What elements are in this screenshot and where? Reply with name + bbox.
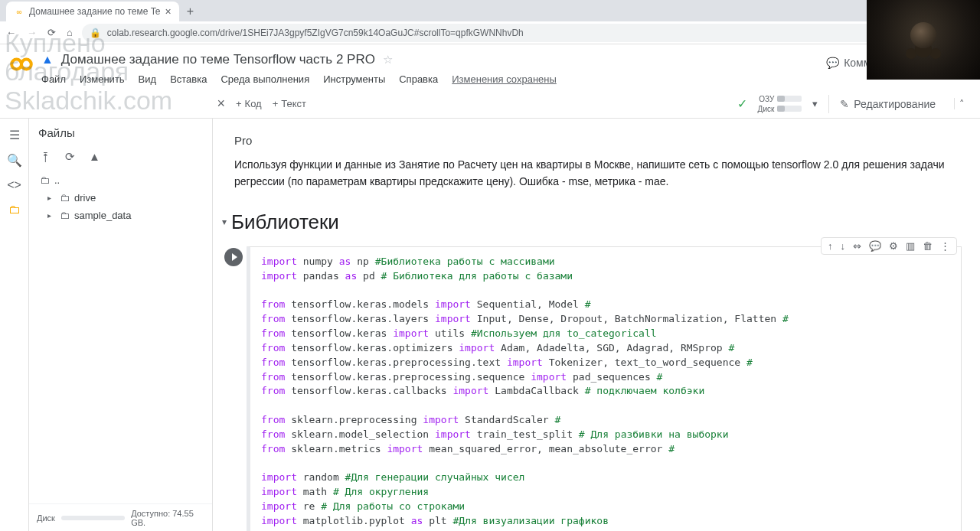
- cell-toolbar: ↑ ↓ ⇔ 💬 ⚙ ▥ 🗑 ⋮: [821, 237, 957, 255]
- disk-usage-bar: [61, 516, 125, 520]
- cell-move-up-icon[interactable]: ↑: [828, 240, 833, 252]
- menu-file[interactable]: Файл: [41, 73, 66, 85]
- notebook-area[interactable]: Pro Используя функции и данные из Заняти…: [213, 119, 980, 531]
- code-editor[interactable]: import numpy as np #Библиотека работы с …: [247, 246, 962, 531]
- document-title[interactable]: Домашнее задание по теме Tensorflow част…: [61, 52, 375, 67]
- cell-delete-icon[interactable]: 🗑: [923, 240, 933, 252]
- text-cell-title: Pro: [234, 134, 954, 147]
- url-text: colab.research.google.com/drive/1SHEi7JA…: [107, 28, 524, 38]
- menu-bar: Файл Изменить Вид Вставка Среда выполнен…: [41, 70, 818, 90]
- tab-close-icon[interactable]: ×: [165, 5, 171, 18]
- section-caret-icon[interactable]: ▾: [222, 217, 227, 227]
- cell-move-down-icon[interactable]: ↓: [841, 240, 846, 252]
- code-cell-imports[interactable]: ↑ ↓ ⇔ 💬 ⚙ ▥ 🗑 ⋮ import numpy as np #Библ…: [220, 246, 962, 531]
- new-tab-button[interactable]: +: [179, 2, 201, 21]
- file-tree: 🗀 .. ▸ 🗀 drive ▸ 🗀 sample_data: [29, 171, 212, 503]
- toc-icon[interactable]: ☰: [9, 128, 20, 142]
- webcam-overlay: [867, 0, 980, 80]
- runtime-menu-caret-icon[interactable]: ▾: [812, 98, 818, 109]
- add-text-button[interactable]: + Текст: [273, 98, 306, 109]
- snippets-icon[interactable]: <>: [7, 178, 21, 192]
- text-cell-pro[interactable]: Pro Используя функции и данные из Заняти…: [220, 131, 962, 201]
- colab-logo[interactable]: [9, 52, 34, 77]
- cell-more-icon[interactable]: ⋮: [940, 240, 950, 252]
- menu-edit[interactable]: Изменить: [80, 73, 125, 85]
- text-cell-body: Используя функции и данные из Занятие по…: [234, 156, 954, 191]
- tab-title: Домашнее задание по теме Te: [29, 6, 160, 17]
- plus-icon: +: [236, 98, 242, 109]
- cell-settings-icon[interactable]: ⚙: [889, 240, 898, 252]
- address-bar[interactable]: 🔒 colab.research.google.com/drive/1SHEi7…: [82, 24, 938, 42]
- add-code-button[interactable]: + Код: [236, 98, 262, 109]
- upload-icon[interactable]: ⭱: [40, 150, 51, 164]
- notebook-toolbar: × + Код + Текст ✓ ОЗУ Диск ▾ ✎ Редактиро…: [0, 90, 980, 119]
- nav-home-icon[interactable]: ⌂: [67, 27, 73, 38]
- connected-check-icon: ✓: [737, 96, 747, 111]
- star-icon[interactable]: ☆: [383, 53, 393, 67]
- lock-icon: 🔒: [90, 28, 101, 38]
- run-cell-button[interactable]: [224, 248, 243, 266]
- mount-drive-icon[interactable]: ▲: [89, 150, 100, 164]
- tab-favicon: ∞: [14, 6, 24, 17]
- ram-bar: [777, 96, 802, 102]
- cell-comment-icon[interactable]: 💬: [869, 240, 881, 252]
- browser-chrome: ∞ Домашнее задание по теме Te × + ← → ⟳ …: [0, 0, 980, 44]
- search-icon[interactable]: 🔍: [7, 153, 22, 168]
- save-status[interactable]: Изменения сохранены: [452, 73, 557, 85]
- file-tree-drive[interactable]: ▸ 🗀 drive: [29, 189, 212, 207]
- folder-icon: 🗀: [60, 210, 70, 221]
- caret-right-icon: ▸: [47, 194, 55, 202]
- folder-icon: 🗀: [40, 174, 50, 186]
- pencil-icon: ✎: [840, 98, 849, 110]
- files-icon[interactable]: 🗀: [8, 203, 21, 217]
- colab-header: ▲ Домашнее задание по теме Tensorflow ча…: [0, 44, 980, 90]
- file-tree-sample-data[interactable]: ▸ 🗀 sample_data: [29, 207, 212, 224]
- files-panel: Файлы ⭱ ⟳ ▲ 🗀 .. ▸ 🗀 drive ▸ 🗀 sample_da…: [29, 119, 213, 531]
- nav-back-icon[interactable]: ←: [6, 27, 16, 38]
- files-title: Файлы: [38, 126, 75, 139]
- plus-icon: +: [273, 98, 279, 109]
- collapse-header-icon[interactable]: ˄: [954, 98, 969, 109]
- section-libraries[interactable]: ▾ Библиотеки: [220, 201, 962, 242]
- comment-icon: 💬: [826, 57, 839, 69]
- files-panel-close-icon[interactable]: ×: [217, 96, 225, 112]
- disk-bar: [777, 106, 802, 112]
- refresh-icon[interactable]: ⟳: [65, 150, 75, 164]
- nav-reload-icon[interactable]: ⟳: [47, 27, 56, 38]
- cell-mirror-icon[interactable]: ▥: [906, 240, 915, 252]
- files-footer: Диск Доступно: 74.55 GB.: [29, 503, 212, 531]
- caret-right-icon: ▸: [47, 211, 55, 220]
- menu-insert[interactable]: Вставка: [170, 73, 207, 85]
- edit-mode-button[interactable]: ✎ Редактирование: [828, 95, 936, 113]
- menu-tools[interactable]: Инструменты: [323, 73, 385, 85]
- cell-link-icon[interactable]: ⇔: [853, 240, 861, 252]
- drive-icon: ▲: [41, 53, 54, 67]
- menu-runtime[interactable]: Среда выполнения: [220, 73, 309, 85]
- nav-forward-icon[interactable]: →: [27, 27, 37, 38]
- resource-gauges[interactable]: ОЗУ Диск: [758, 95, 802, 113]
- browser-tab[interactable]: ∞ Домашнее задание по теме Te ×: [6, 2, 179, 21]
- file-tree-parent[interactable]: 🗀 ..: [29, 171, 212, 189]
- folder-icon: 🗀: [60, 192, 70, 204]
- menu-help[interactable]: Справка: [399, 73, 438, 85]
- left-icon-rail: ☰ 🔍 <> 🗀: [0, 119, 29, 531]
- svg-point-1: [21, 60, 31, 70]
- menu-view[interactable]: Вид: [139, 73, 157, 85]
